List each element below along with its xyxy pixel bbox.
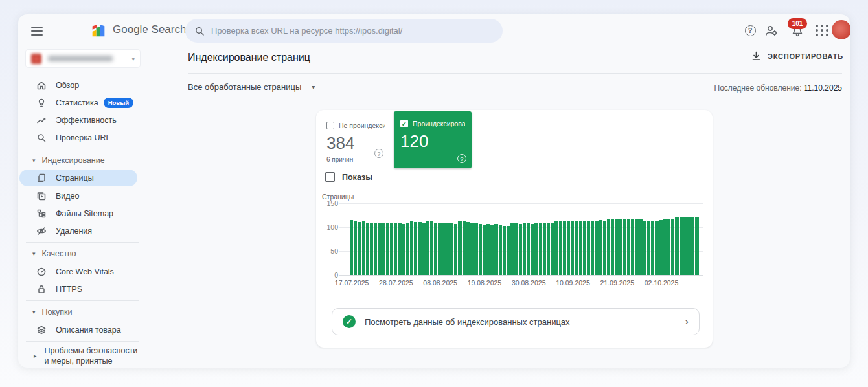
chart-bar — [523, 223, 526, 275]
app-window: Google Search Console ? 101 ▾ Обзор — [18, 14, 850, 368]
chart-bar — [438, 223, 441, 275]
chart-bar — [402, 224, 405, 275]
sidebar-item-pages[interactable]: Страницы — [19, 170, 137, 186]
indexing-chart-card: Не проиндексир… 384 6 причин ? ✓ Проинде… — [316, 110, 713, 348]
chart-bar — [663, 219, 667, 275]
last-update: Последнее обновление: 11.10.2025 — [714, 83, 843, 93]
help-icon[interactable]: ? — [457, 154, 466, 163]
hamburger-menu-icon[interactable] — [30, 24, 44, 37]
chart-bar — [675, 217, 678, 275]
chart-bar — [680, 217, 683, 275]
chart-bar — [531, 224, 534, 275]
trend-line-icon — [36, 115, 47, 126]
google-apps-grid-icon[interactable] — [814, 23, 830, 38]
chart-bar — [615, 219, 618, 275]
property-favicon — [31, 54, 41, 64]
sidebar: ▾ Обзор Статистика Новый Эффективность П… — [18, 47, 168, 368]
chart-bar — [547, 223, 550, 275]
chart-bar — [527, 223, 530, 275]
chart-bar — [414, 222, 417, 275]
x-tick-label: 08.08.2025 — [423, 279, 457, 287]
chart-bar — [358, 222, 361, 275]
processed-pages-filter-dropdown[interactable]: Все обработанные страницы ▾ — [188, 82, 315, 92]
new-badge: Новый — [104, 98, 133, 108]
last-update-date: 11.10.2025 — [804, 83, 842, 93]
chart-bar — [587, 221, 590, 275]
view-indexed-pages-button[interactable]: ✓ Посмотреть данные об индексированных с… — [332, 308, 700, 335]
chart-bar — [503, 226, 506, 275]
chart-bar — [583, 221, 586, 275]
sidebar-item-https[interactable]: HTTPS — [18, 280, 161, 298]
search-console-logo-icon[interactable] — [89, 21, 108, 39]
chart-bar — [631, 219, 634, 275]
indexed-toggle-chip[interactable]: ✓ Проиндексирова… 120 ? — [394, 111, 472, 168]
chart-bar — [655, 221, 658, 275]
property-name-blurred — [48, 56, 113, 61]
sidebar-section-indexing[interactable]: ▾ Индексирование — [18, 153, 161, 168]
search-icon — [194, 26, 205, 36]
layers-icon — [36, 324, 47, 335]
chart-bar — [554, 221, 558, 275]
user-avatar[interactable] — [832, 20, 850, 39]
sidebar-section-shopping[interactable]: ▾ Покупки — [18, 304, 161, 320]
chart-bar — [514, 223, 518, 275]
chart-bar — [430, 221, 433, 275]
x-tick-label: 21.09.2025 — [600, 279, 634, 287]
notifications-bell[interactable]: 101 — [784, 18, 812, 44]
chevron-down-icon: ▾ — [131, 56, 135, 62]
chart-bar — [474, 223, 477, 275]
chart-bar — [507, 226, 510, 275]
chart-bar — [563, 221, 566, 275]
sidebar-item-performance[interactable]: Эффективность — [18, 111, 161, 129]
sidebar-item-overview[interactable]: Обзор — [18, 76, 161, 94]
sidebar-item-removals[interactable]: Удаления — [18, 222, 161, 239]
collapse-caret-icon: ▾ — [32, 157, 36, 164]
notification-count-badge: 101 — [788, 18, 807, 29]
chart-bar — [450, 223, 453, 275]
chart-bar — [486, 224, 490, 275]
lock-icon — [36, 283, 47, 294]
chart-bar — [382, 223, 385, 275]
impressions-toggle[interactable]: Показы — [325, 172, 372, 182]
chart-bar — [366, 223, 369, 275]
chart-bar — [659, 220, 663, 275]
help-icon[interactable]: ? — [742, 23, 758, 38]
sidebar-item-security-issues[interactable]: ▸ Проблемы безопасности и меры, принятые… — [18, 346, 161, 368]
sidebar-section-quality[interactable]: ▾ Качество — [18, 246, 161, 261]
x-tick-label: 28.07.2025 — [379, 279, 413, 287]
chart-bar — [434, 223, 437, 275]
sidebar-item-url-inspection[interactable]: Проверка URL — [18, 129, 161, 146]
chart-bar — [695, 217, 698, 275]
chart-bar — [543, 223, 546, 275]
not-indexed-toggle-chip[interactable]: Не проиндексир… 384 6 причин ? — [323, 116, 389, 163]
chart-bar — [599, 220, 602, 275]
chart-bar — [683, 217, 687, 275]
eye-off-icon — [36, 225, 47, 236]
chart-bar — [567, 221, 570, 275]
sidebar-item-product-snippets[interactable]: Описания товара — [18, 321, 161, 338]
sidebar-item-insights[interactable]: Статистика Новый — [18, 94, 161, 111]
chart-bar — [667, 219, 670, 275]
chart-bar — [651, 221, 654, 275]
sidebar-item-core-web-vitals[interactable]: Core Web Vitals — [18, 263, 161, 280]
search-input[interactable] — [211, 26, 494, 36]
chart-bar — [354, 221, 357, 275]
chart-bar — [490, 225, 494, 275]
chart-bar — [442, 223, 446, 275]
chevron-right-icon: › — [685, 315, 689, 328]
magnifier-icon — [36, 132, 47, 143]
export-button[interactable]: ЭКСПОРТИРОВАТЬ — [751, 50, 843, 61]
url-inspection-searchbar[interactable] — [185, 19, 503, 43]
property-selector[interactable]: ▾ — [26, 50, 140, 67]
chart-bar — [687, 217, 691, 275]
account-settings-icon[interactable] — [763, 23, 779, 38]
sidebar-item-videos[interactable]: Видео — [18, 187, 161, 205]
pages-icon — [36, 173, 47, 184]
sidebar-item-sitemaps[interactable]: Файлы Sitemap — [18, 205, 161, 222]
help-icon[interactable]: ? — [374, 149, 383, 158]
home-icon — [36, 80, 47, 91]
speedometer-icon — [36, 266, 47, 277]
chart-bar — [635, 219, 638, 275]
dropdown-caret-icon: ▾ — [312, 83, 315, 91]
chart-bar — [579, 221, 582, 275]
